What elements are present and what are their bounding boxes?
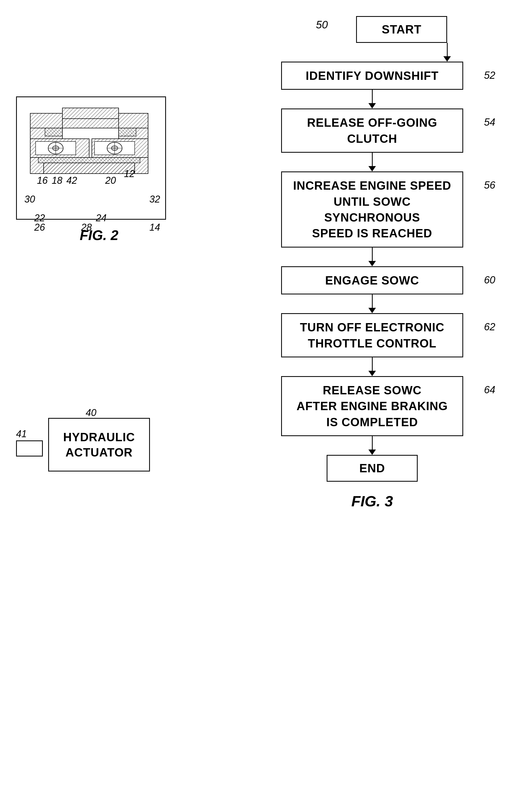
ref-18: 18 [52, 175, 63, 186]
step-62-box: TURN OFF ELECTRONIC THROTTLE CONTROL [281, 313, 463, 357]
ref-41: 41 [16, 429, 27, 440]
hydraulic-actuator-area: 41 40 HYDRAULIC ACTUATOR [16, 418, 145, 423]
fig2-mechanical-drawing [22, 102, 159, 215]
flow-step-64: 64 RELEASE SOWC AFTER ENGINE BRAKING IS … [241, 376, 503, 455]
svg-rect-3 [63, 108, 119, 119]
start-box: START [356, 16, 447, 43]
svg-rect-23 [38, 158, 140, 163]
svg-rect-2 [30, 113, 63, 128]
svg-rect-4 [119, 113, 148, 128]
step-60-label: ENGAGE SOWC [325, 273, 419, 288]
step-52-label: IDENTIFY DOWNSHIFT [306, 68, 439, 84]
ref-16: 16 [37, 175, 48, 186]
hydraulic-label: HYDRAULIC ACTUATOR [49, 430, 149, 460]
hydraulic-box: HYDRAULIC ACTUATOR [48, 418, 150, 471]
start-label: START [382, 23, 421, 36]
flow-start-step: START [241, 16, 503, 62]
end-box: END [327, 455, 418, 482]
step-64-box: RELEASE SOWC AFTER ENGINE BRAKING IS COM… [281, 376, 463, 436]
ref-26: 26 [34, 222, 45, 233]
ref-64: 64 [484, 384, 495, 396]
ref-24: 24 [96, 212, 106, 224]
fig2-diagram: 16 18 42 20 30 22 26 28 24 32 14 12 FIG.… [16, 96, 182, 243]
ref-62: 62 [484, 321, 495, 333]
ref-12: 12 [124, 168, 135, 180]
flow-step-56: 56 INCREASE ENGINE SPEED UNTIL SOWC SYNC… [241, 171, 503, 266]
ref-20: 20 [105, 175, 116, 186]
flow-step-60: 60 ENGAGE SOWC [241, 266, 503, 313]
svg-rect-7 [45, 128, 63, 136]
fig3-label: FIG. 3 [241, 492, 503, 510]
ref-42: 42 [66, 175, 77, 186]
svg-rect-24 [44, 163, 135, 174]
step-64-label: RELEASE SOWC AFTER ENGINE BRAKING IS COM… [296, 382, 448, 430]
ref-14: 14 [149, 222, 160, 233]
ref-30: 30 [24, 194, 35, 205]
ref-56: 56 [484, 180, 495, 191]
step-56-label: INCREASE ENGINE SPEED UNTIL SOWC SYNCHRO… [290, 178, 454, 241]
step-54-label: RELEASE OFF-GOING CLUTCH [307, 115, 437, 146]
ref-28: 28 [81, 222, 92, 233]
svg-rect-9 [119, 128, 136, 136]
flow-end-step: END [241, 455, 503, 482]
end-label: END [359, 462, 385, 475]
flow-step-62: 62 TURN OFF ELECTRONIC THROTTLE CONTROL [241, 313, 503, 376]
step-54-box: RELEASE OFF-GOING CLUTCH [281, 109, 463, 153]
step-62-label: TURN OFF ELECTRONIC THROTTLE CONTROL [300, 319, 444, 351]
fig3-flowchart: 50 START 52 IDENTIFY DOWNSHIFT 54 RELEAS… [241, 16, 503, 510]
ref-32: 32 [149, 194, 160, 205]
ref-40: 40 [86, 407, 96, 418]
step-52-box: IDENTIFY DOWNSHIFT [281, 62, 463, 90]
step-60-box: ENGAGE SOWC [281, 266, 463, 295]
svg-rect-5 [63, 119, 119, 128]
ref-54: 54 [484, 117, 495, 128]
flow-step-52: 52 IDENTIFY DOWNSHIFT [241, 62, 503, 109]
flow-step-54: 54 RELEASE OFF-GOING CLUTCH [241, 109, 503, 171]
ref-60: 60 [484, 274, 495, 286]
fig2-outer-box: 16 18 42 20 30 22 26 28 24 32 14 12 [16, 96, 166, 220]
ref-52: 52 [484, 70, 495, 81]
step-56-box: INCREASE ENGINE SPEED UNTIL SOWC SYNCHRO… [281, 171, 463, 248]
